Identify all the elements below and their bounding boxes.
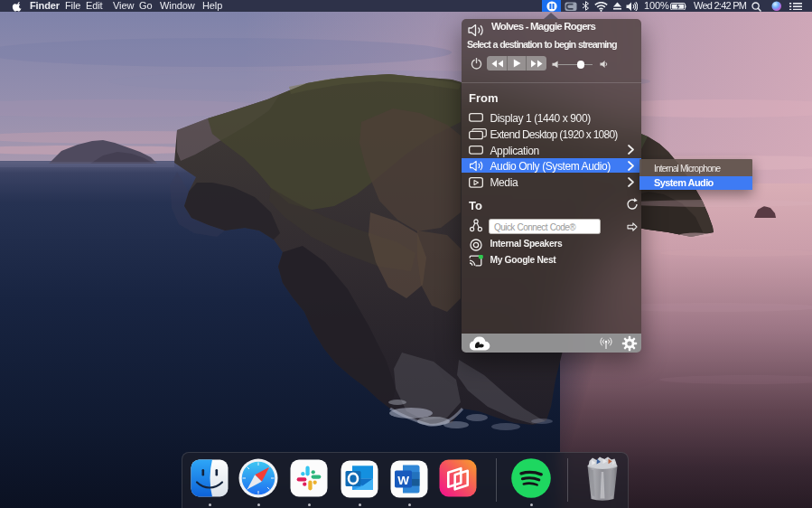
svg-text:W: W xyxy=(397,474,409,487)
